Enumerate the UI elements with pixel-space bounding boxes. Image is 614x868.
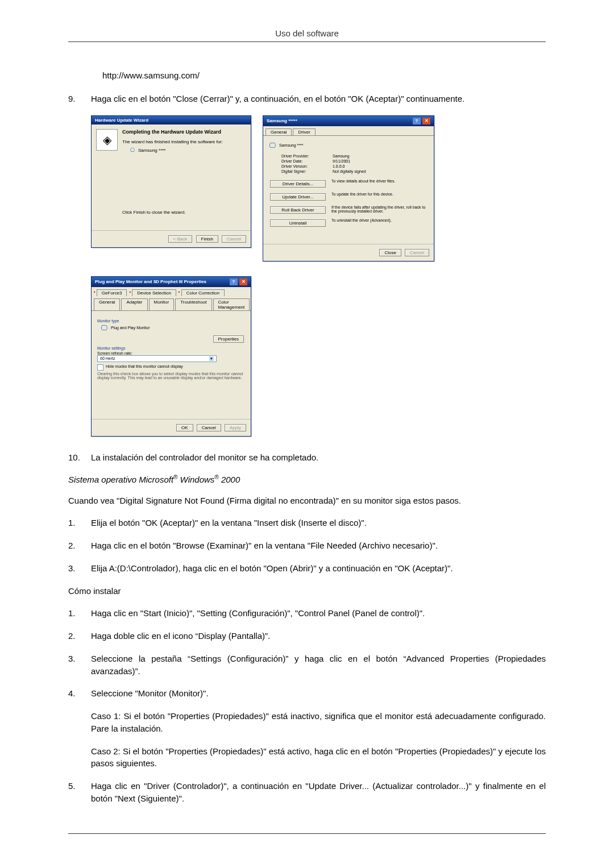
provider-value: Samsung	[333, 154, 350, 158]
wizard-icon: ◈	[96, 129, 118, 151]
step-text: La instalación del controlador del monit…	[91, 451, 546, 464]
monitor-icon: 🖵	[130, 148, 135, 153]
wizard-heading: Completing the Hardware Update Wizard	[122, 129, 246, 135]
step-text: Haga clic en el botón "Browse (Examinar)…	[91, 539, 546, 552]
monitor-icon: 🖵	[101, 324, 107, 332]
cancel-button[interactable]: Cancel	[222, 235, 246, 243]
driver-props-title: Samsung *****	[267, 118, 297, 123]
wizard-window: Hardware Update Wizard ◈ Completing the …	[91, 115, 251, 248]
step-number: 10.	[68, 451, 91, 464]
cancel-button[interactable]: Cancel	[197, 424, 221, 431]
page-title: Uso del software	[68, 28, 546, 38]
version-value: 1.0.0.0	[333, 164, 345, 168]
back-button[interactable]: < Back	[168, 235, 193, 243]
nvidia-icon: ▪	[94, 289, 96, 296]
tab-general[interactable]: General	[265, 128, 292, 135]
monitor-icon: 🖵	[269, 142, 276, 149]
step-text: Seleccione la pestaña “Settings (Configu…	[91, 653, 546, 678]
step-text: Elija el botón "OK (Aceptar)" en la vent…	[91, 517, 546, 529]
driver-details-desc: To view details about the driver files.	[331, 179, 428, 189]
tab-monitor[interactable]: Monitor	[149, 298, 175, 310]
os-2000-heading: Sistema operativo Microsoft® Windows® 20…	[68, 474, 546, 484]
tab-color-management[interactable]: Color Management	[213, 298, 250, 310]
tab-adapter[interactable]: Adapter	[121, 298, 147, 310]
uninstall-desc: To uninstall the driver (Advanced).	[331, 218, 428, 228]
tab-driver[interactable]: Driver	[293, 128, 315, 135]
monitor-type-label: Monitor type	[97, 319, 245, 323]
step-text: Haga doble clic en el icono “Display (Pa…	[91, 630, 546, 642]
date-label: Driver Date:	[281, 159, 333, 163]
apply-button[interactable]: Apply	[225, 424, 246, 431]
hide-modes-checkbox[interactable]	[97, 364, 103, 371]
monitor-props-title: Plug and Play Monitor and 3D Prophet III…	[95, 279, 206, 284]
chevron-down-icon: ▾	[209, 356, 214, 361]
tab-geforce[interactable]: GeForce3	[97, 289, 127, 296]
step-number: 2.	[68, 539, 91, 552]
pnp-monitor-name: Plug and Play Monitor	[111, 326, 150, 330]
provider-label: Driver Provider:	[281, 154, 333, 158]
driver-props-window: Samsung ***** ? ✕ General Driver 🖵 Samsu…	[263, 115, 434, 261]
driver-details-button[interactable]: Driver Details...	[270, 180, 326, 188]
header-divider	[68, 41, 546, 42]
step-number: 2.	[68, 630, 91, 642]
step-number: 1.	[68, 517, 91, 529]
step-text: Seleccione "Monitor (Monitor)".	[91, 688, 209, 698]
step-text: Elija A:(D:\Controlador), haga clic en e…	[91, 562, 546, 575]
signer-value: Not digitally signed	[333, 169, 366, 173]
caso2-text: Caso 2: Si el botón "Properties (Propied…	[91, 745, 546, 770]
uninstall-button[interactable]: Uninstall	[270, 219, 326, 227]
date-value: 9/11/2001	[333, 159, 350, 163]
monitor-settings-label: Monitor settings	[97, 346, 245, 350]
wizard-finish-note: Click Finish to close the wizard.	[122, 210, 186, 215]
digital-signature-para: Cuando vea "Digital Signature Not Found …	[68, 495, 546, 507]
monitor-props-window: Plug and Play Monitor and 3D Prophet III…	[91, 276, 251, 437]
close-icon[interactable]: ✕	[239, 279, 247, 285]
help-icon[interactable]: ?	[413, 118, 421, 124]
step-text: Haga clic en "Start (Inicio)", "Setting …	[91, 607, 546, 620]
step-number: 4.	[68, 687, 91, 770]
finish-button[interactable]: Finish	[196, 235, 218, 243]
refresh-rate-select[interactable]: 60 Hertz ▾	[97, 355, 217, 362]
wizard-title: Hardware Update Wizard	[95, 118, 148, 123]
caso1-text: Caso 1: Si el botón "Properties (Propied…	[91, 710, 546, 735]
refresh-rate-label: Screen refresh rate:	[97, 351, 245, 355]
rollback-driver-button[interactable]: Roll Back Driver	[270, 206, 326, 214]
rollback-driver-desc: If the device fails after updating the d…	[331, 205, 428, 215]
how-to-install-heading: Cómo instalar	[68, 585, 546, 597]
step-number: 5.	[68, 780, 91, 805]
signer-label: Digital Signer:	[281, 169, 333, 173]
tab-color-correction[interactable]: Color Correction	[181, 289, 225, 296]
hide-modes-label: Hide modes that this monitor cannot disp…	[106, 364, 183, 371]
wizard-line1: The wizard has finished installing the s…	[122, 139, 246, 144]
samsung-url: http://www.samsung.com/	[102, 70, 546, 80]
footer-divider	[68, 833, 546, 834]
close-icon[interactable]: ✕	[422, 118, 430, 124]
step-text: Haga clic en "Driver (Controlador)", a c…	[91, 780, 546, 805]
step-number: 1.	[68, 607, 91, 620]
version-label: Driver Version:	[281, 164, 333, 168]
properties-button[interactable]: Properties	[213, 335, 244, 343]
ok-button[interactable]: OK	[176, 424, 193, 431]
nvidia-icon: ▪	[129, 289, 131, 296]
help-icon[interactable]: ?	[230, 279, 238, 285]
hide-modes-desc: Clearing this check box allows you to se…	[97, 372, 245, 380]
update-driver-button[interactable]: Update Driver...	[270, 193, 326, 201]
step-number: 3.	[68, 653, 91, 678]
tab-general2[interactable]: General	[94, 298, 120, 310]
cancel-button[interactable]: Cancel	[405, 249, 429, 256]
device-name: Samsung ****	[279, 143, 303, 147]
refresh-rate-value: 60 Hertz	[100, 356, 115, 360]
tab-troubleshoot[interactable]: Troubleshoot	[175, 298, 211, 310]
close-button[interactable]: Close	[379, 249, 401, 256]
update-driver-desc: To update the driver for this device.	[331, 192, 428, 202]
step-text: Haga clic en el botón "Close (Cerrar)" y…	[91, 93, 546, 105]
wizard-device: Samsung ****	[138, 148, 165, 153]
nvidia-icon: ▪	[179, 289, 180, 296]
tab-device-selection[interactable]: Device Selection	[132, 289, 176, 296]
step-number: 3.	[68, 562, 91, 575]
step-number: 9.	[68, 93, 91, 105]
